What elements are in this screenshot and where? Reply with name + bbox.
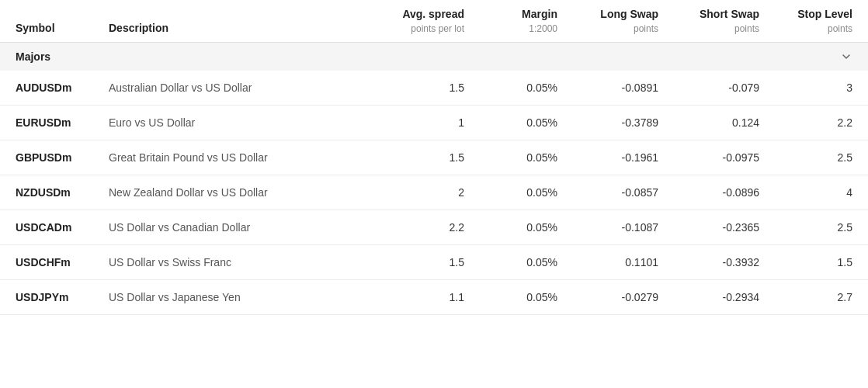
- col-header-description: Description: [109, 22, 340, 34]
- table-row: EURUSDm Euro vs US Dollar 1 0.05% -0.378…: [0, 106, 868, 140]
- col-header-avg-spread: Avg. spread points per lot: [340, 8, 464, 34]
- section-header-majors[interactable]: Majors: [0, 43, 868, 71]
- chevron-down-icon: [840, 50, 852, 63]
- col-header-long-swap: Long Swap points: [557, 8, 658, 34]
- table-row: USDCHFm US Dollar vs Swiss Franc 1.5 0.0…: [0, 245, 868, 280]
- table-row: USDJPYm US Dollar vs Japanese Yen 1.1 0.…: [0, 280, 868, 315]
- table-row: USDCADm US Dollar vs Canadian Dollar 2.2…: [0, 210, 868, 245]
- table-row: GBPUSDm Great Britain Pound vs US Dollar…: [0, 140, 868, 175]
- col-header-symbol: Symbol: [16, 22, 109, 34]
- col-header-short-swap: Short Swap points: [658, 8, 759, 34]
- main-table: Symbol Description Avg. spread points pe…: [0, 0, 868, 388]
- section-title: Majors: [16, 50, 852, 63]
- table-header: Symbol Description Avg. spread points pe…: [0, 0, 868, 43]
- table-row: NZDUSDm New Zealand Dollar vs US Dollar …: [0, 175, 868, 210]
- table-row: AUDUSDm Australian Dollar vs US Dollar 1…: [0, 71, 868, 106]
- col-header-margin: Margin 1:2000: [464, 8, 557, 34]
- col-header-stop-level: Stop Level points: [759, 8, 852, 34]
